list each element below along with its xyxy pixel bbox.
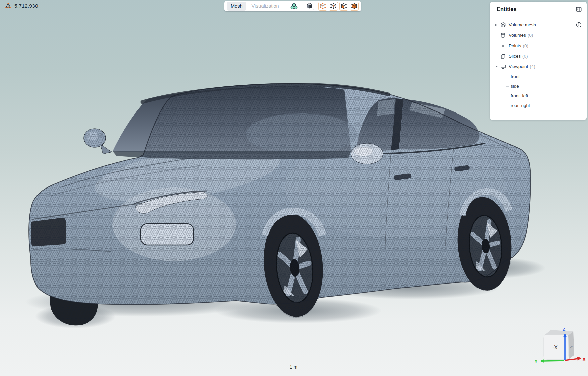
toolbar-separator <box>286 3 286 9</box>
caret-down-icon[interactable] <box>495 65 498 68</box>
x-axis <box>565 359 578 360</box>
bounding-cube-tool-button[interactable] <box>306 2 315 11</box>
entities-panel: Entities <box>490 2 587 120</box>
y-axis-arrow <box>540 359 544 363</box>
viewpoint-item-rear-right[interactable]: rear_right <box>490 101 587 110</box>
orientation-gizmo[interactable]: -X -Y Z X Y <box>528 320 588 368</box>
monitor-icon <box>500 64 506 69</box>
tree-item-count: (4) <box>530 64 535 69</box>
y-axis-label: Y <box>534 359 538 364</box>
tree-item-points[interactable]: Points (0) <box>490 41 587 51</box>
entities-tree: Volume mesh Volumes <box>490 16 587 110</box>
spheres-icon <box>290 3 298 10</box>
tab-visualization[interactable]: Visualization <box>248 2 282 11</box>
cell-count-value: 5,712,930 <box>14 3 38 9</box>
info-icon[interactable] <box>576 22 582 28</box>
viewpoint-item-side[interactable]: side <box>490 81 587 91</box>
app-window: 5,712,930 Mesh Visualization <box>0 0 588 376</box>
tree-item-count: (0) <box>528 33 533 38</box>
tree-item-label: Points <box>509 43 521 48</box>
cylinder-icon <box>500 33 506 38</box>
show-mesh-wireframe-toggle[interactable] <box>329 2 338 11</box>
tree-item-count: (0) <box>523 43 529 48</box>
tree-item-volume-mesh[interactable]: Volume mesh <box>490 20 587 30</box>
tree-item-label: Volumes <box>509 33 526 38</box>
cube-wireframe-icon <box>330 3 337 9</box>
slice-icon <box>500 54 506 59</box>
z-axis-label: Z <box>563 327 566 332</box>
tetrahedron-mesh-icon <box>5 3 11 9</box>
gizmo-front-face-label: -X <box>552 345 558 350</box>
cube-points-icon <box>320 3 326 9</box>
viewpoint-item-front-left[interactable]: front_left <box>490 91 587 101</box>
collapse-panel-icon[interactable] <box>576 7 582 12</box>
caret-right-icon[interactable] <box>495 23 497 27</box>
cube-surface-icon <box>341 3 347 9</box>
tree-item-viewpoint[interactable]: Viewpoint (4) <box>490 61 587 72</box>
show-mesh-points-toggle[interactable] <box>318 2 327 11</box>
scale-bar-label: 1 m <box>217 364 370 370</box>
tab-mesh[interactable]: Mesh <box>227 2 246 11</box>
gizmo-side-face-label: -Y <box>570 345 573 349</box>
show-mesh-solid-toggle[interactable] <box>350 2 359 11</box>
x-axis-label: X <box>582 357 586 362</box>
show-mesh-surface-toggle[interactable] <box>339 2 348 11</box>
tree-item-count: (0) <box>522 54 528 59</box>
y-axis <box>544 361 564 361</box>
tree-item-label: Volume mesh <box>509 22 536 27</box>
scale-bar <box>217 360 370 363</box>
entities-panel-header: Entities <box>490 2 587 16</box>
mesh-ball-icon <box>500 22 506 28</box>
x-axis-arrow <box>577 357 582 361</box>
tree-item-slices[interactable]: Slices (0) <box>490 51 587 61</box>
mesh-display-mode-group <box>318 2 359 11</box>
cube-3d-icon <box>306 2 315 10</box>
tree-item-volumes[interactable]: Volumes (0) <box>490 30 587 41</box>
viewpoint-item-front[interactable]: front <box>490 72 587 81</box>
mesh-cell-counter: 5,712,930 <box>5 3 38 9</box>
tree-item-label: Viewpoint <box>509 64 528 69</box>
tree-item-label: Slices <box>509 54 521 59</box>
entities-panel-title: Entities <box>497 6 517 12</box>
viewpoint-children: front side front_left rear_right <box>490 72 587 110</box>
cube-solid-icon <box>351 3 357 9</box>
view-toolbar: Mesh Visualization <box>224 1 361 11</box>
point-icon <box>500 43 506 49</box>
spheres-tool-button[interactable] <box>289 2 299 11</box>
toolbar-separator <box>302 3 302 9</box>
